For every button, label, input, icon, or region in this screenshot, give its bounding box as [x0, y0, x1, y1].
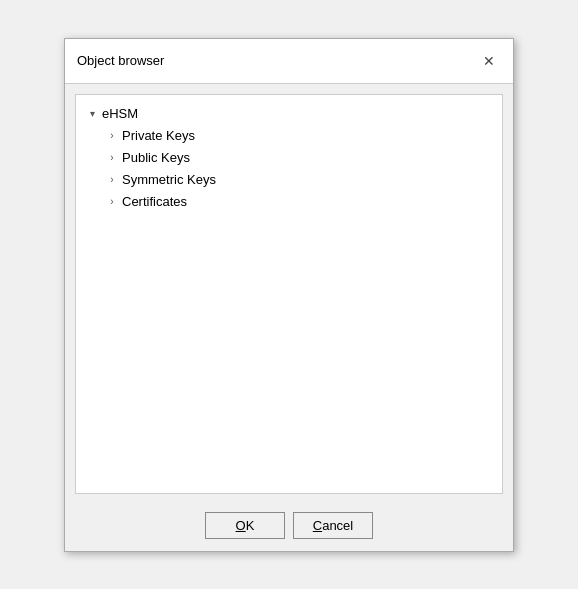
cancel-rest-label: ancel — [322, 518, 353, 533]
tree-node-private-keys[interactable]: › Private Keys — [100, 125, 498, 147]
tree-node-symmetric-keys[interactable]: › Symmetric Keys — [100, 169, 498, 191]
tree-label-private-keys: Private Keys — [122, 128, 195, 143]
ok-rest-label: K — [246, 518, 255, 533]
tree-label-public-keys: Public Keys — [122, 150, 190, 165]
tree-node-ehsm[interactable]: ▾ eHSM — [80, 103, 498, 125]
expand-icon-public-keys: › — [104, 150, 120, 166]
title-bar: Object browser ✕ — [65, 39, 513, 84]
ok-underline-letter: O — [236, 518, 246, 533]
footer: OK Cancel — [65, 504, 513, 551]
cancel-underline-letter: C — [313, 518, 322, 533]
tree-node-certificates[interactable]: › Certificates — [100, 191, 498, 213]
close-button[interactable]: ✕ — [477, 49, 501, 73]
tree-node-public-keys[interactable]: › Public Keys — [100, 147, 498, 169]
dialog-title: Object browser — [77, 53, 164, 68]
object-browser-dialog: Object browser ✕ ▾ eHSM › Private Keys ›… — [64, 38, 514, 552]
tree-content-area: ▾ eHSM › Private Keys › Public Keys › Sy… — [75, 94, 503, 494]
expand-icon-ehsm: ▾ — [84, 106, 100, 122]
ok-button[interactable]: OK — [205, 512, 285, 539]
tree-children: › Private Keys › Public Keys › Symmetric… — [80, 125, 498, 213]
cancel-button[interactable]: Cancel — [293, 512, 373, 539]
tree-label-symmetric-keys: Symmetric Keys — [122, 172, 216, 187]
tree-root-label: eHSM — [102, 106, 138, 121]
expand-icon-symmetric-keys: › — [104, 172, 120, 188]
expand-icon-certificates: › — [104, 194, 120, 210]
expand-icon-private-keys: › — [104, 128, 120, 144]
tree-label-certificates: Certificates — [122, 194, 187, 209]
